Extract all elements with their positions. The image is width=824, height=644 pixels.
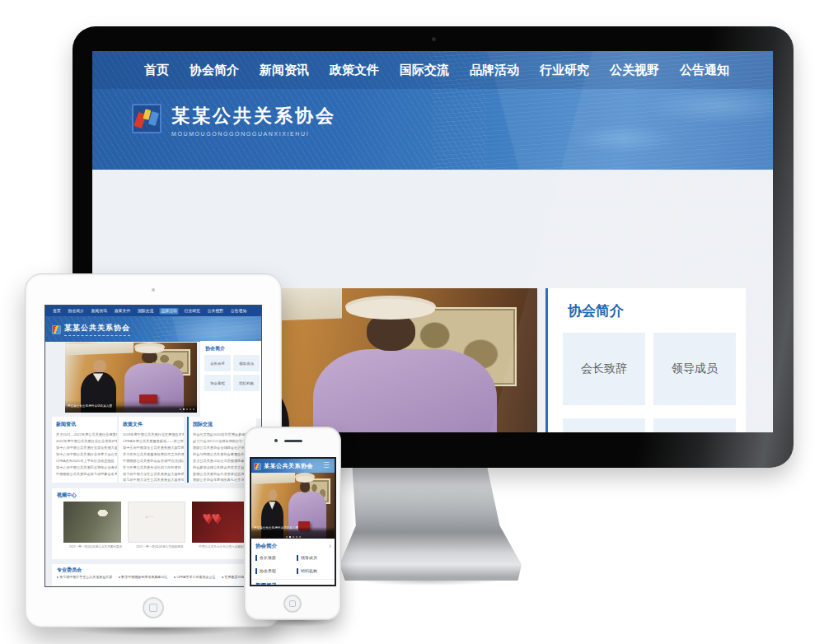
intro-button[interactable]: 领导成员	[653, 333, 736, 405]
slider-dot[interactable]	[293, 536, 294, 538]
bullet-bar-icon	[297, 568, 298, 574]
nav-item[interactable]: 首页	[51, 308, 62, 315]
news-column: 新闻资讯 关于2021—2022年度公共关系行业调查的通知2021年度中国公共关…	[52, 417, 117, 483]
intro-button[interactable]: 组织机构	[653, 418, 736, 432]
slider-caption-bar: 李道豫会长会见海外来访嘉宾人图	[251, 527, 335, 539]
tablet-home-button[interactable]	[143, 597, 164, 618]
logo-title: 某某公共关系协会	[264, 462, 313, 470]
intro-link[interactable]: 领导成员	[297, 554, 334, 561]
nav-item[interactable]: 政策文件	[113, 308, 132, 315]
news-list-item[interactable]: CPRA发布2021年上半年行业动态报告	[56, 458, 117, 464]
intro-section-header[interactable]: 协会简介 ›	[251, 540, 335, 552]
nav-item[interactable]: 新闻资讯	[90, 308, 109, 315]
intro-card-title: 协会简介	[568, 301, 746, 320]
committee-link[interactable]: 数字中国国际智库传播高峰论坛	[119, 575, 167, 579]
hamburger-menu-icon[interactable]: ☰	[323, 462, 331, 469]
main-nav: 首页协会简介新闻资讯政策文件国际交流品牌活动行业研究公关视野公告通知	[92, 51, 773, 89]
phone-site-header: 某某公共关系协会 ☰	[251, 459, 335, 473]
committee-link[interactable]: 第七届中国大学生公共关系策划大赛	[57, 575, 112, 579]
nav-item[interactable]: 行业研究	[183, 308, 202, 315]
composition-stage: 首页协会简介新闻资讯政策文件国际交流品牌活动行业研究公关视野公告通知 某某公共关…	[0, 0, 824, 644]
nav-item[interactable]: 国际交流	[400, 63, 449, 78]
bullet-bar-icon	[297, 555, 298, 561]
hero-slider[interactable]: 李道豫会长会见海外来访嘉宾人图	[65, 343, 197, 413]
video-thumbnail-hearts[interactable]	[192, 502, 250, 543]
hero-slider[interactable]: 李道豫会长会见海外来访嘉宾人图	[251, 473, 335, 539]
nav-item[interactable]: 新闻资讯	[260, 63, 309, 78]
intro-button[interactable]: 会长致辞	[204, 355, 231, 371]
slider-dot[interactable]	[190, 408, 191, 410]
intro-button[interactable]: 协会章程	[204, 375, 231, 391]
phone-screen: 某某公共关系协会 ☰ 李道豫会长会见海外来访嘉宾人图	[250, 457, 336, 586]
intro-section-title: 协会简介	[255, 543, 335, 550]
nav-item[interactable]: 行业研究	[540, 63, 589, 78]
nav-item[interactable]: 公告通知	[229, 308, 248, 315]
phone-home-button[interactable]	[283, 595, 302, 613]
video-thumbnail-plants[interactable]	[63, 502, 121, 543]
news-list-item[interactable]: 中国国际公共关系协会第七届理事会名单公布	[56, 470, 117, 477]
home-square-icon	[289, 600, 296, 607]
nav-item[interactable]: 协会简介	[190, 63, 239, 78]
video-thumbnail-sketch[interactable]	[128, 502, 185, 543]
slider-dot[interactable]	[289, 536, 291, 538]
intro-card-title: 协会简介	[205, 345, 262, 352]
slider-dot[interactable]	[193, 408, 194, 410]
slider-dot[interactable]	[299, 536, 301, 538]
policy-list-item[interactable]: 第七届中国大学生公共关系策划大赛通知	[123, 477, 184, 483]
nav-item[interactable]: 公关视野	[206, 308, 225, 315]
logo-icon	[254, 463, 261, 470]
nav-item[interactable]: 首页	[144, 63, 169, 78]
news-section-title: 新闻资讯	[255, 582, 335, 586]
video-thumbnails	[63, 502, 250, 543]
nav-item[interactable]: 公关视野	[610, 63, 659, 78]
tablet-site-header: 某某公共关系协会	[45, 316, 261, 342]
tablet-screen: 首页协会简介新闻资讯政策文件国际交流品牌活动行业研究公关视野公告通知 某某公共关…	[44, 305, 262, 587]
slider-dot[interactable]	[296, 536, 297, 538]
intro-card: 协会简介 会长致辞领导成员协会章程组织机构	[200, 341, 262, 418]
policy-list-item[interactable]: CPRA年度公共关系服务标准——第三版	[123, 438, 184, 445]
slider-caption: 李道豫会长会见海外来访嘉宾人图	[254, 526, 334, 530]
slider-dot[interactable]	[186, 408, 188, 410]
tablet-main-nav: 首页协会简介新闻资讯政策文件国际交流品牌活动行业研究公关视野公告通知	[45, 306, 261, 316]
nav-item[interactable]: 协会简介	[67, 308, 86, 315]
policy-list-item[interactable]: 中国国际公共关系协会会员管理办法(修订)	[123, 458, 184, 464]
phone-earpiece	[284, 440, 302, 442]
intro-button[interactable]: 会长致辞	[563, 333, 645, 405]
news-list-item[interactable]: 2021年度中国公共关系行业企业资质评审结果	[56, 438, 117, 445]
policy-list-item[interactable]: 第十五届中国最佳公共关系案例大赛章程	[123, 445, 184, 451]
nav-item[interactable]: 品牌活动	[160, 308, 179, 315]
bullet-bar-icon	[255, 568, 257, 574]
video-center-title: 视频中心	[57, 492, 256, 499]
policy-list-item[interactable]: 第七届中国大学生公共关系策划大赛规程	[123, 470, 184, 477]
policy-column: 政策文件 2019年度中国公共关系行业发展报告发布CPRA年度公共关系服务标准—…	[119, 417, 184, 483]
policy-list-item[interactable]: 2019年度中国公共关系行业发展报告发布	[123, 432, 184, 438]
slider-dot[interactable]	[286, 536, 288, 538]
policy-list-item[interactable]: 关于发布公共关系服务收费指导意见的通知	[123, 451, 184, 458]
intro-link[interactable]: 会长致辞	[255, 554, 297, 561]
nav-item[interactable]: 公告通知	[680, 63, 729, 78]
slider-dots	[180, 408, 194, 410]
committee-link[interactable]: CPRA学术工作委员会公告	[174, 575, 215, 579]
logo-icon	[132, 104, 162, 133]
intro-link[interactable]: 组织机构	[297, 567, 334, 574]
policy-list-item[interactable]: 关于开展公共关系专业培训工作的通知	[123, 464, 184, 470]
news-list-item[interactable]: 第十八届中国公共关系职业资格认证考试通知	[56, 464, 117, 470]
nav-item[interactable]: 政策文件	[330, 63, 379, 78]
logo[interactable]: 某某公共关系协会	[52, 323, 130, 336]
logo[interactable]: 某某公共关系协会	[254, 462, 313, 470]
phone-camera-icon	[274, 439, 278, 442]
slider-caption: 李道豫会长会见海外来访嘉宾人图	[68, 404, 166, 408]
intro-link[interactable]: 协会章程	[255, 567, 297, 574]
intro-button[interactable]: 组织机构	[233, 375, 260, 391]
nav-item[interactable]: 国际交流	[136, 308, 155, 315]
nav-item[interactable]: 品牌活动	[470, 63, 519, 78]
intro-button[interactable]: 协会章程	[563, 418, 645, 432]
logo[interactable]: 某某公共关系协会 MOUMOUGONGGONGGUANXIXIEHUI	[132, 104, 336, 137]
news-list-item[interactable]: 关于2021—2022年度公共关系行业调查的通知	[56, 432, 117, 438]
slider-dot[interactable]	[180, 408, 181, 410]
slider-dot[interactable]	[183, 408, 185, 410]
intro-button[interactable]: 领导成员	[233, 355, 260, 371]
news-section-header[interactable]: 新闻资讯 ›	[251, 579, 335, 586]
news-list-item[interactable]: 第十八届中国公共关系行业最佳案例大赛启动	[56, 445, 117, 451]
news-list-item[interactable]: 第十八届中国公共关系行业年度大会在京召开	[56, 451, 117, 458]
